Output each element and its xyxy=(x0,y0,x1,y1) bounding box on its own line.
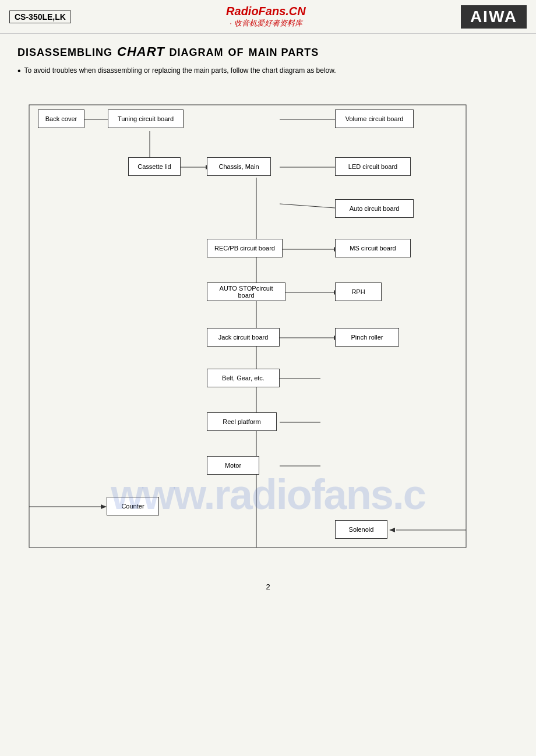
box-rph: RPH xyxy=(335,282,382,301)
box-volume-circuit-board: Volume circuit board xyxy=(335,109,414,128)
instruction-text: To avoid troubles when disassembling or … xyxy=(24,66,336,75)
box-cassette-lid: Cassette lid xyxy=(128,157,181,176)
title-diagram: DIAGRAM xyxy=(170,47,224,59)
box-chassis-main: Chassis, Main xyxy=(207,157,271,176)
box-counter: Counter xyxy=(107,497,159,515)
box-auto-stop-circuit-board: AUTO STOPcircuit board xyxy=(207,282,285,301)
box-motor: Motor xyxy=(207,456,259,475)
box-tuning-circuit-board: Tuning circuit board xyxy=(108,109,184,128)
box-belt-gear: Belt, Gear, etc. xyxy=(207,369,280,387)
box-led-circuit-board: LED circuit board xyxy=(335,157,411,176)
title-disassembling: DISASSEMBLING xyxy=(17,47,112,59)
instruction: • To avoid troubles when disassembling o… xyxy=(0,63,536,82)
box-solenoid: Solenoid xyxy=(335,520,387,539)
diagram-container: Back cover Tuning circuit board Cassette… xyxy=(12,87,524,565)
svg-line-8 xyxy=(280,204,335,208)
site-title: RadioFans.CN · 收音机爱好者资料库 xyxy=(226,5,306,29)
box-back-cover: Back cover xyxy=(38,109,84,128)
page-number: 2 xyxy=(0,571,536,603)
bullet-icon: • xyxy=(17,66,21,76)
box-rec-pb-circuit-board: REC/PB circuit board xyxy=(207,239,283,257)
svg-marker-26 xyxy=(101,504,107,509)
box-pinch-roller: Pinch roller xyxy=(335,328,399,347)
title-of: OF xyxy=(228,47,244,59)
header: CS-350LE,LK RadioFans.CN · 收音机爱好者资料库 AIW… xyxy=(0,0,536,34)
page-title: DISASSEMBLING CHART DIAGRAM OF MAIN PART… xyxy=(0,34,536,63)
box-ms-circuit-board: MS circuit board xyxy=(335,239,411,257)
box-reel-platform: Reel platform xyxy=(207,412,277,431)
svg-marker-29 xyxy=(389,528,395,532)
box-auto-circuit-board: Auto circuit board xyxy=(335,199,414,218)
title-chart: CHART xyxy=(117,44,165,59)
site-main: RadioFans.CN xyxy=(226,5,306,18)
brand-logo: AIWA xyxy=(461,5,527,29)
model-label: CS-350LE,LK xyxy=(9,10,71,23)
site-sub: · 收音机爱好者资料库 xyxy=(226,18,306,29)
box-jack-circuit-board: Jack circuit board xyxy=(207,328,280,347)
title-main-parts: MAIN PARTS xyxy=(249,47,319,59)
